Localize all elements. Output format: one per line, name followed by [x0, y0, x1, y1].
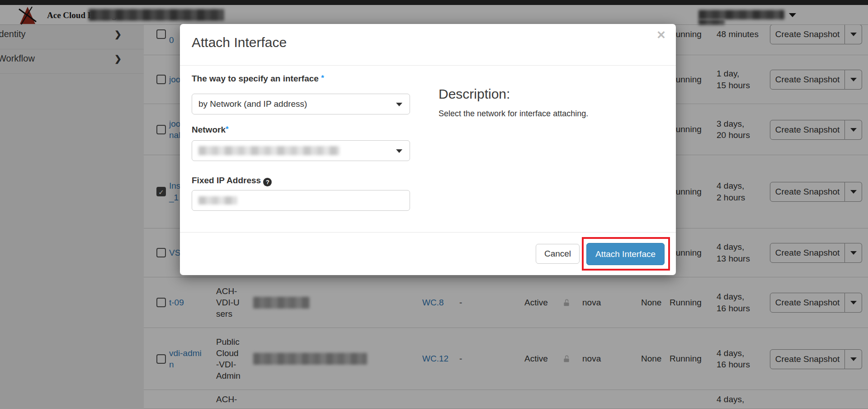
description-heading: Description: [439, 86, 667, 102]
attach-interface-button[interactable]: Attach Interface [586, 243, 665, 265]
network-select[interactable] [192, 140, 410, 161]
required-asterisk: * [321, 74, 324, 82]
select-caret-icon [396, 149, 402, 153]
interface-type-value: by Network (and IP address) [198, 99, 307, 109]
fixed-ip-input[interactable] [192, 190, 410, 211]
fixed-ip-label: Fixed IP Address ? [192, 176, 272, 186]
fixed-ip-label-text: Fixed IP Address [192, 176, 261, 185]
fixed-ip-value-redacted [198, 196, 237, 204]
close-icon[interactable]: ✕ [656, 29, 666, 42]
network-label: Network* [192, 125, 229, 135]
select-caret-icon [396, 103, 402, 106]
dialog-title: Attach Interface [192, 35, 287, 50]
network-label-text: Network [192, 125, 226, 134]
attach-interface-dialog: Attach Interface ✕ The way to specify an… [180, 24, 676, 275]
specify-interface-label: The way to specify an interface * [192, 74, 324, 84]
cancel-button[interactable]: Cancel [536, 244, 580, 264]
required-asterisk: * [226, 125, 229, 133]
interface-type-select[interactable]: by Network (and IP address) [192, 94, 410, 114]
dialog-header: Attach Interface ✕ [180, 24, 676, 66]
network-value-redacted [198, 146, 340, 155]
description-panel: Description: Select the network for inte… [439, 86, 667, 119]
help-icon: ? [263, 178, 272, 186]
dialog-footer: Cancel Attach Interface [180, 232, 676, 275]
specify-interface-label-text: The way to specify an interface [192, 74, 319, 83]
description-text: Select the network for interface attachi… [439, 109, 667, 119]
